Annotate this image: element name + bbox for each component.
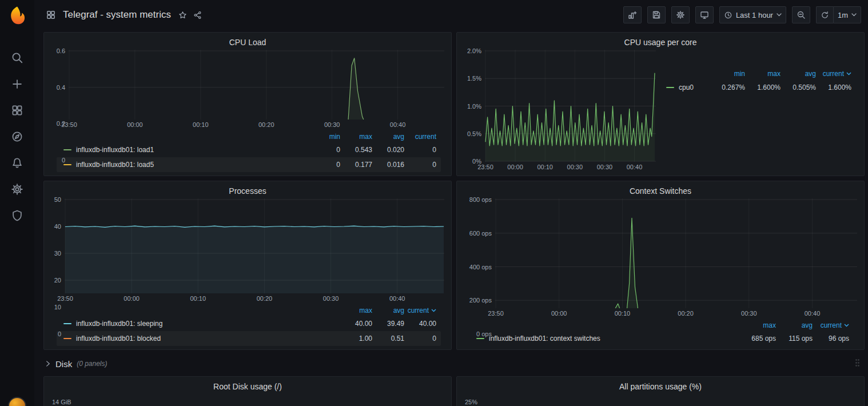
legend: minmaxavgcurrentinfluxdb-influxdb01: loa… [51, 130, 444, 172]
legend-sort-avg[interactable]: avg [372, 133, 404, 141]
dashboard-header: Telegraf - system metrics Last 1 hour [34, 0, 868, 30]
save-dashboard-button[interactable] [647, 6, 666, 23]
y-tick-label: 25% [465, 399, 477, 405]
x-tick-label: 00:10 [193, 121, 209, 128]
legend-sort-avg[interactable]: avg [781, 70, 816, 78]
panel-root-disk-usage: Root Disk usage (/) 14 GiB [43, 376, 452, 406]
row-disk[interactable]: Disk (0 panels) [43, 356, 865, 372]
panel-title[interactable]: Root Disk usage (/) [51, 380, 444, 394]
grafana-logo[interactable] [7, 6, 27, 25]
alerting-bell-icon[interactable] [11, 157, 23, 169]
x-tick-label: 00:00 [127, 121, 143, 128]
refresh-interval-label: 1m [838, 11, 848, 19]
cpu-usage-per-core-graph[interactable]: 0%0.5%1.0%1.5%2.0% 23:5000:0000:1000:300… [464, 50, 656, 172]
dashboard-grid-icon[interactable] [43, 7, 58, 22]
toolbar: Last 1 hour 1m [623, 6, 861, 23]
time-range-picker[interactable]: Last 1 hour [719, 6, 786, 23]
x-tick-label: 00:10 [190, 295, 206, 302]
legend-sort-avg[interactable]: avg [776, 321, 813, 329]
y-axis: 0%0.5%1.0%1.5%2.0% [464, 50, 485, 162]
legend-row: influxdb-influxdb01: blocked1.000.510 [57, 331, 441, 346]
legend-sort-max[interactable]: max [340, 133, 372, 141]
chevron-down-icon [777, 13, 782, 17]
row-drag-handle[interactable] [855, 359, 860, 369]
legend-value: 39.49 [372, 320, 404, 328]
zoom-out-button[interactable] [792, 6, 810, 23]
panel-cpu-usage-per-core: CPU usage per core 0%0.5%1.0%1.5%2.0% 23… [456, 32, 865, 176]
legend-sort-max[interactable]: max [745, 70, 781, 78]
legend-series-label[interactable]: influxdb-influxdb01: context switches [476, 335, 739, 343]
legend: minmaxavgcurrentcpu00.267%1.600%0.505%1.… [656, 50, 857, 172]
x-tick-label: 23:50 [57, 295, 73, 302]
legend-value: 0 [404, 146, 436, 154]
legend-row: influxdb-influxdb01: sleeping40.0039.494… [57, 316, 441, 331]
panel-title[interactable]: All partitions usage (%) [464, 380, 857, 394]
explore-compass-icon[interactable] [11, 130, 23, 143]
y-tick-label: 600 ops [469, 229, 492, 237]
y-tick-label: 20 [54, 276, 61, 284]
legend-sort-current[interactable]: current [813, 321, 849, 329]
legend-series-label[interactable]: influxdb-influxdb01: sleeping [63, 320, 340, 328]
chevron-right-icon [45, 360, 51, 367]
legend-sort-min[interactable]: min [308, 133, 340, 141]
panel-title[interactable]: CPU Load [51, 36, 444, 50]
x-tick-label: 00:30 [324, 121, 340, 128]
y-tick-label: 0 ops [476, 330, 492, 338]
y-axis: 00.20.40.6 [51, 50, 69, 120]
user-avatar[interactable] [8, 397, 26, 406]
panel-processes: Processes 01020304050 23:5000:0000:1000:… [43, 181, 452, 350]
y-tick-label: 50 [54, 196, 61, 204]
x-tick-label: 00:40 [627, 164, 643, 170]
legend-sort-current[interactable]: current [404, 133, 436, 141]
legend-value: 0 [404, 335, 436, 343]
legend-value: 0.543 [340, 146, 372, 154]
server-admin-shield-icon[interactable] [11, 209, 23, 222]
legend-series-label[interactable]: influxdb-influxdb01: blocked [63, 335, 340, 343]
legend-sort-max[interactable]: max [739, 321, 776, 329]
cycle-view-mode-button[interactable] [695, 6, 714, 23]
refresh-interval-dropdown[interactable]: 1m [833, 6, 861, 23]
add-panel-button[interactable] [623, 6, 642, 23]
processes-graph[interactable]: 01020304050 23:5000:0000:1000:2000:3000:… [51, 198, 444, 304]
panel-title[interactable]: Context Switches [464, 185, 857, 198]
legend-sort-avg[interactable]: avg [372, 307, 404, 315]
dashboard-settings-button[interactable] [671, 6, 690, 23]
x-tick-label: 23:50 [477, 164, 493, 170]
create-plus-icon[interactable] [11, 78, 23, 90]
x-axis: 23:5000:0000:1000:2000:3000:40 [495, 308, 857, 319]
x-tick-label: 00:40 [389, 295, 405, 302]
legend-value: 0.51 [372, 335, 404, 343]
panel-all-partitions-usage: All partitions usage (%) 25% [456, 376, 865, 406]
y-tick-label: 0.4 [57, 83, 65, 91]
search-icon[interactable] [11, 51, 23, 64]
share-icon[interactable] [190, 7, 205, 22]
dashboard-canvas: CPU Load 00.20.40.6 23:5000:0000:1000:20… [34, 30, 868, 406]
legend-series-label[interactable]: cpu0 [666, 83, 710, 91]
x-tick-label: 00:10 [615, 310, 631, 317]
panel-title[interactable]: Processes [51, 185, 444, 198]
configuration-gear-icon[interactable] [11, 183, 23, 196]
dashboards-icon[interactable] [11, 104, 23, 117]
x-tick-label: 00:40 [390, 121, 406, 128]
x-tick-label: 00:30 [323, 295, 339, 302]
legend-value: 40.00 [340, 320, 372, 328]
refresh-button[interactable] [816, 6, 833, 23]
y-tick-label: 0.6 [57, 47, 65, 55]
context-switches-graph[interactable]: 0 ops200 ops400 ops600 ops800 ops 23:500… [464, 198, 857, 319]
x-axis: 23:5000:0000:1000:2000:3000:40 [65, 293, 444, 304]
legend-value: 40.00 [404, 320, 436, 328]
legend-row: influxdb-influxdb01: context switches685… [469, 331, 854, 346]
legend-series-label[interactable]: influxdb-influxdb01: load5 [63, 161, 308, 169]
panel-title[interactable]: CPU usage per core [464, 36, 857, 50]
legend-sort-max[interactable]: max [340, 307, 372, 315]
legend-value: 685 ops [739, 335, 776, 343]
legend-sort-min[interactable]: min [710, 70, 745, 78]
x-tick-label: 00:10 [537, 164, 553, 170]
legend-sort-current[interactable]: current [816, 70, 851, 78]
dashboard-title[interactable]: Telegraf - system metrics [63, 9, 171, 21]
star-icon[interactable] [176, 7, 190, 22]
cpu-load-graph[interactable]: 00.20.40.6 23:5000:0000:1000:2000:3000:4… [51, 50, 444, 130]
x-tick-label: 23:50 [488, 310, 504, 317]
legend-sort-current[interactable]: current [404, 307, 436, 315]
legend-series-label[interactable]: influxdb-influxdb01: load1 [63, 146, 308, 154]
